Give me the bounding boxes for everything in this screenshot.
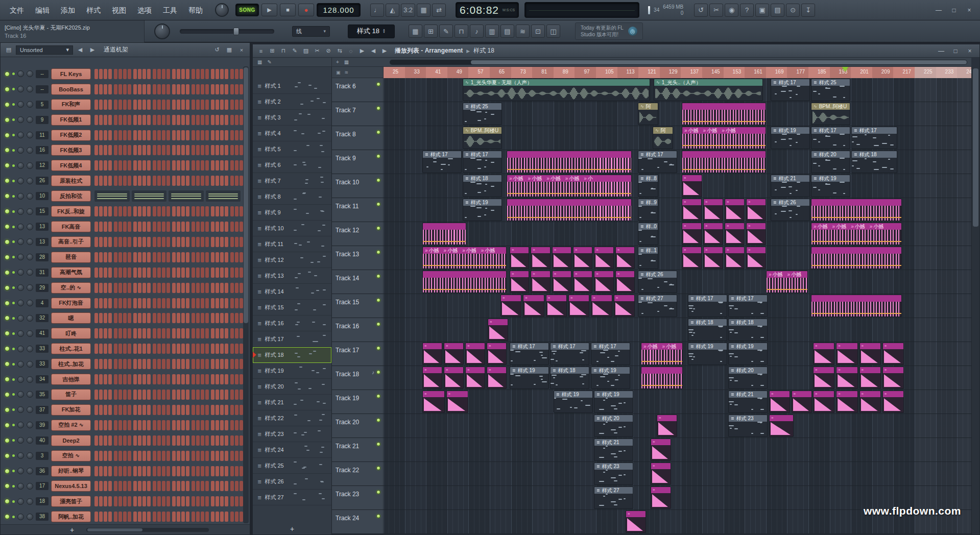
step-cell[interactable] [157,420,161,430]
step-cell[interactable] [104,359,107,369]
step-cell[interactable] [186,130,189,140]
pattern-clip[interactable]: ≣样式 21 [728,391,768,413]
step-cell[interactable] [99,435,103,446]
channel-pan-knob[interactable] [17,147,24,154]
step-cell[interactable] [225,252,228,262]
step-sequencer[interactable] [93,373,249,385]
step-cell[interactable] [230,496,234,506]
channel-pan-knob[interactable] [17,361,24,368]
step-cell[interactable] [192,145,195,155]
step-cell[interactable] [108,496,112,506]
step-cell[interactable] [177,466,180,476]
drum-loop-clip[interactable] [422,223,466,245]
step-cell[interactable] [128,359,131,369]
step-cell[interactable] [201,145,204,155]
sample-clip[interactable]: » [531,247,550,269]
channel-volume-knob[interactable] [27,346,33,352]
step-cell[interactable] [225,481,228,491]
channel-mixer-target[interactable]: 39 [36,421,49,429]
step-cell[interactable] [216,222,219,232]
track-enable-led[interactable] [376,490,380,494]
step-cell[interactable] [240,466,243,476]
step-cell[interactable] [230,344,234,354]
step-cell[interactable] [123,176,127,186]
step-cell[interactable] [166,252,170,262]
channel-enable-led[interactable] [5,224,10,229]
step-cell[interactable] [162,206,165,216]
maximize-button[interactable]: □ [947,5,961,16]
channel-pan-knob[interactable] [17,224,24,230]
step-cell[interactable] [201,283,204,293]
step-cell[interactable] [114,130,117,140]
step-cell[interactable] [216,160,219,171]
channel-mute-dot[interactable] [12,378,15,381]
channel-mixer-target[interactable]: 40 [36,436,49,445]
step-cell[interactable] [172,206,176,216]
step-cell[interactable] [172,298,176,308]
channel-button[interactable]: 空..的 ∿ [51,282,91,294]
slip-icon[interactable]: ⇆ [334,46,345,56]
channel-pan-knob[interactable] [17,406,24,413]
step-cell[interactable] [108,435,112,446]
channel-volume-knob[interactable] [27,330,33,337]
step-cell[interactable] [104,496,107,506]
step-cell[interactable] [128,115,131,125]
step-cell[interactable] [216,374,219,384]
channel-enable-led[interactable] [5,178,10,183]
step-cell[interactable] [220,130,224,140]
channel-pan-knob[interactable] [17,483,24,490]
step-cell[interactable] [104,390,107,400]
tempo-display[interactable]: 128.000 [317,3,361,17]
channel-pan-knob[interactable] [17,422,24,428]
step-cell[interactable] [142,405,146,415]
step-cell[interactable] [118,222,122,232]
step-cell[interactable] [205,160,209,171]
track-enable-led[interactable] [376,274,380,278]
step-cell[interactable] [201,130,204,140]
step-cell[interactable] [235,160,238,171]
pattern-item[interactable]: ≣ 样式 24 [253,442,331,458]
step-sequencer[interactable] [93,159,249,172]
track-enable-led[interactable] [376,370,380,374]
step-cell[interactable] [166,206,170,216]
step-cell[interactable] [216,176,219,186]
step-cell[interactable] [157,130,161,140]
step-cell[interactable] [94,512,98,522]
step-cell[interactable] [133,100,137,110]
step-cell[interactable] [138,328,141,338]
channel-mixer-target[interactable]: 35 [36,391,49,399]
channel-enable-led[interactable] [5,209,10,214]
step-cell[interactable] [172,496,176,506]
track-enable-led[interactable] [376,466,380,470]
step-cell[interactable] [138,252,141,262]
pattern-item[interactable]: ≣ 样式 15 [253,300,331,315]
step-cell[interactable] [186,313,189,323]
step-cell[interactable] [177,268,180,278]
step-cell[interactable] [220,115,224,125]
channel-volume-knob[interactable] [27,452,33,459]
step-cell[interactable] [118,435,122,446]
step-cell[interactable] [128,176,131,186]
step-cell[interactable] [220,206,224,216]
step-cell[interactable] [147,69,151,79]
pattern-clip[interactable]: ≣样式 19 [463,199,502,221]
menu-item[interactable]: 工具 [157,0,183,20]
channel-volume-knob[interactable] [27,361,33,368]
step-cell[interactable] [192,344,195,354]
step-cell[interactable] [166,496,170,506]
step-cell[interactable] [225,328,228,338]
step-cell[interactable] [133,145,137,155]
step-cell[interactable] [216,268,219,278]
track-header[interactable]: Track 24 [332,510,384,533]
step-cell[interactable] [118,176,122,186]
audio-clip[interactable]: ∿1_光头..（人声） [654,79,763,101]
step-cell[interactable] [177,176,180,186]
step-cell[interactable] [177,328,180,338]
menu-item[interactable]: 选项 [132,0,157,20]
step-cell[interactable] [133,115,137,125]
channel-mute-dot[interactable] [12,210,15,213]
step-cell[interactable] [157,160,161,171]
step-cell[interactable] [99,84,103,94]
step-cell[interactable] [128,328,131,338]
step-cell[interactable] [192,420,195,430]
